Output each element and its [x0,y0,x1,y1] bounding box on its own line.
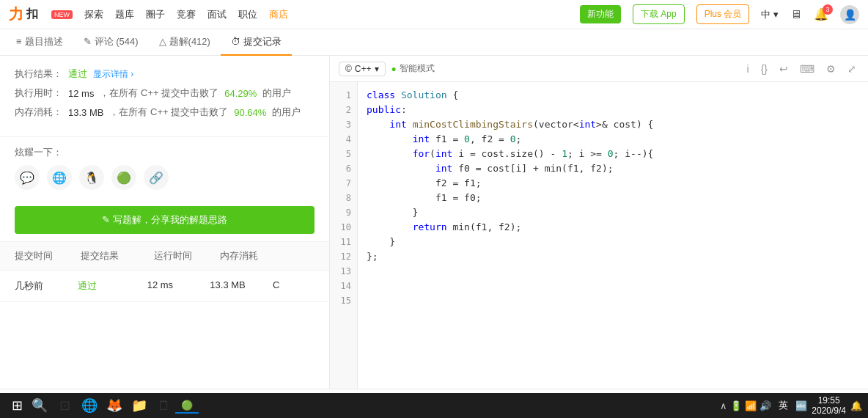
tab-comments[interactable]: ✎ 评论 (544) [73,29,149,56]
main-layout: 执行结果： 通过 显示详情 › 执行用时： 12 ms ，在所有 C++ 提交中… [0,56,868,389]
tray-network[interactable]: 📶 [745,400,757,411]
tray-volume[interactable]: 🔊 [760,400,771,411]
tab-desc-icon: ≡ [16,36,22,47]
monitor-icon[interactable]: 🖥 [790,8,802,21]
tab-solutions[interactable]: △ 题解(412) [149,29,221,56]
code-area: 1 2 3 4 5 6 7 8 9 10 11 12 13 14 15 clas… [330,82,868,389]
avatar[interactable]: 👤 [840,5,859,24]
exec-mem-pct: 90.64% [234,107,266,118]
logo-text: 扣 [26,7,38,22]
start-button[interactable]: ⊞ [6,397,29,414]
second-nav: ≡ 题目描述 ✎ 评论 (544) △ 题解(412) ⏱ 提交记录 [0,29,868,56]
row-runtime: 12 ms [147,279,210,293]
col-header-runtime: 运行时间 [154,249,220,263]
tab-submissions[interactable]: ⏱ 提交记录 [221,29,292,56]
tray-ime[interactable]: 🔤 [795,400,807,411]
nav-circle[interactable]: 圈子 [146,8,165,21]
left-panel: 执行结果： 通过 显示详情 › 执行用时： 12 ms ，在所有 C++ 提交中… [0,56,330,389]
line-numbers: 1 2 3 4 5 6 7 8 9 10 11 12 13 14 15 [330,82,358,389]
tray-expand[interactable]: ∧ [720,400,727,411]
row-lang: C [273,279,315,293]
table-header: 提交时间 提交结果 运行时间 内存消耗 [0,241,329,271]
show-detail-link[interactable]: 显示详情 › [93,68,133,81]
exec-mem-value: 13.3 MB [68,107,103,118]
lang-button[interactable]: 中 ▾ [761,8,779,21]
nav-jobs[interactable]: 职位 [238,8,257,21]
nav-interview[interactable]: 面试 [207,8,227,21]
code-format-icon[interactable]: {} [758,63,770,75]
row-time: 几秒前 [15,279,78,293]
info-icon[interactable]: i [744,63,752,75]
logo-icon: 力 [9,4,23,24]
expand-icon[interactable]: ⤢ [845,63,859,75]
tab-submissions-icon: ⏱ [231,36,240,47]
taskbar-search[interactable]: 🔍 [29,395,51,417]
col-header-time: 提交时间 [15,249,81,263]
code-line-2: public: [367,103,859,117]
tray-notification[interactable]: 🔔 [850,400,862,411]
right-panel: © C++ ▾ ● 智能模式 i {} ↩ ⌨ ⚙ ⤢ 1 2 3 4 5 [330,56,868,389]
exec-result-row: 执行结果： 通过 显示详情 › [15,67,315,81]
taskbar: ⊞ 🔍 ⊡ 🌐 🦊 📁 🗒 🟢 ∧ 🔋 📶 🔊 英 🔤 19:55 2020/9… [0,393,868,418]
exec-mem-label: 内存消耗： [15,106,62,119]
logo[interactable]: 力 扣 [9,4,38,24]
tab-solutions-label: 题解(412) [169,35,210,48]
nav-shop[interactable]: 商店 [269,8,288,21]
taskbar-explorer[interactable]: 📁 [128,395,150,417]
taskbar-app4[interactable]: 🗒 [153,395,175,417]
lang-indicator[interactable]: 英 [776,399,791,412]
exec-result-label: 执行结果： [15,67,62,81]
table-row: 几秒前 通过 12 ms 13.3 MB C [0,271,329,302]
plus-button[interactable]: Plus 会员 [696,4,750,24]
code-editor[interactable]: class Solution { public: int minCostClim… [358,82,868,389]
code-line-10: return min(f1, f2); [367,220,859,235]
settings-icon[interactable]: ⚙ [823,63,839,75]
code-line-1: class Solution { [367,88,859,103]
clock-date: 2020/9/4 [812,406,846,416]
new-badge: NEW [51,10,73,19]
weibo-button[interactable]: 🌐 [47,165,72,190]
terminal-icon[interactable]: ⌨ [797,63,817,75]
taskbar-task-view[interactable]: ⊡ [54,395,76,417]
code-line-9: } [367,205,859,220]
smart-mode[interactable]: ● 智能模式 [391,62,435,75]
download-button[interactable]: 下载 App [633,4,685,24]
system-clock[interactable]: 19:55 2020/9/4 [812,395,846,416]
undo-icon[interactable]: ↩ [776,63,791,75]
code-line-4: int f1 = 0, f2 = 0; [367,132,859,147]
tab-desc-label: 题目描述 [25,35,63,48]
linkedin-button[interactable]: 🔗 [144,165,169,190]
language-select[interactable]: © C++ ▾ [339,62,386,76]
submission-table: 提交时间 提交结果 运行时间 内存消耗 几秒前 通过 12 ms 13.3 MB… [0,241,329,302]
tab-description[interactable]: ≡ 题目描述 [6,29,73,56]
douban-button[interactable]: 🟢 [111,165,136,190]
code-line-7: f2 = f1; [367,176,859,191]
exec-time-suffix: 的用户 [262,87,291,100]
qq-button[interactable]: 🐧 [79,165,104,190]
write-solution-button[interactable]: ✎ 写题解，分享我的解题思路 [15,206,315,234]
lang-dropdown-icon: ▾ [375,64,379,74]
nav-explore[interactable]: 探索 [84,8,103,21]
code-line-11: } [367,235,859,249]
taskbar-active-app[interactable]: 🟢 [175,398,199,414]
clock-time: 19:55 [812,395,846,406]
wechat-button[interactable]: 💬 [15,165,40,190]
share-label: 炫耀一下： [15,146,315,159]
nav-contest[interactable]: 竞赛 [177,8,196,21]
taskbar-firefox[interactable]: 🦊 [103,395,125,417]
code-line-8: f1 = f0; [367,191,859,205]
code-line-15 [367,293,859,308]
nav-problems[interactable]: 题库 [115,8,134,21]
code-line-5: for(int i = cost.size() - 1; i >= 0; i--… [367,147,859,161]
row-result[interactable]: 通过 [78,279,147,293]
tab-comments-icon: ✎ [84,36,92,47]
tray-battery[interactable]: 🔋 [730,400,742,411]
smart-mode-dot: ● [391,64,397,74]
taskbar-edge[interactable]: 🌐 [78,395,100,417]
exec-mem-desc: ，在所有 C++ 提交中击败了 [109,106,228,119]
lang-label: C++ [355,64,372,74]
col-header-result: 提交结果 [81,249,154,263]
notification-icon[interactable]: 🔔 3 [814,7,828,21]
new-feature-button[interactable]: 新功能 [580,5,621,23]
exec-mem-row: 内存消耗： 13.3 MB ，在所有 C++ 提交中击败了 90.64% 的用户 [15,106,315,119]
